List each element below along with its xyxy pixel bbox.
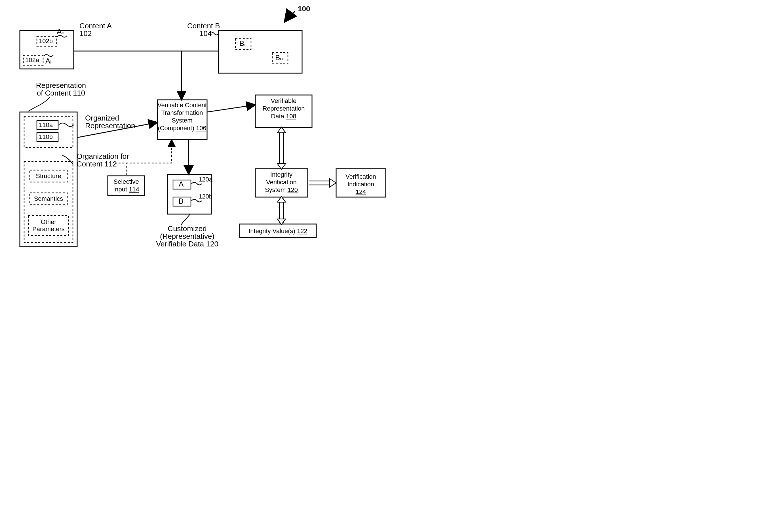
content-a-sub-b: 102b — [39, 37, 53, 44]
ofc-structure: Structure — [36, 172, 61, 179]
ofc-ref: 112 — [104, 159, 116, 168]
si-l2: Input — [113, 186, 127, 193]
verification-indication-block: Verification Indication 124 — [336, 169, 386, 197]
content-a-ai: Aᵢ — [45, 57, 51, 65]
selective-input-block: Selective Input 114 — [108, 140, 172, 196]
cd-l2: (Representative) — [160, 232, 214, 241]
customized-data-block: Aᵢ 120a Bᵢ 120b Customized (Representati… — [156, 140, 218, 248]
cd-bi-ref: 120b — [199, 193, 212, 200]
ofc-l2: Content — [77, 159, 103, 168]
ts-ref: 106 — [196, 125, 207, 132]
content-a-block: Content A 102 102b Aₙ 102a Aᵢ — [20, 22, 112, 69]
svg-text:(Component) 106: (Component) 106 — [158, 125, 206, 132]
vr-l3: Data — [271, 113, 284, 120]
content-a-sub-a: 102a — [25, 57, 39, 64]
content-b-bi: Bᵢ — [239, 39, 246, 48]
ofc-other1: Other — [41, 218, 56, 225]
ofc-l1: Organization for — [77, 152, 129, 161]
cd-ai-ref: 120a — [199, 176, 213, 183]
vi-l2: Indication — [348, 181, 374, 188]
roc-org-l1: Organized — [85, 114, 119, 122]
ts-l1: Verifiable Content — [157, 102, 207, 109]
iv-ref: 122 — [297, 227, 308, 235]
ts-l4: (Component) — [158, 125, 194, 132]
svg-text:of Content 110: of Content 110 — [37, 89, 85, 97]
ts-l3: System — [172, 117, 192, 124]
si-l1: Selective — [113, 178, 139, 185]
roc-sub-a: 110a — [39, 121, 53, 129]
vr-ref: 108 — [286, 113, 296, 120]
roc-ref: 110 — [73, 89, 85, 97]
content-b-block: Content B 104 Bᵢ Bₙ — [187, 22, 302, 73]
vr-l2: Representation — [262, 105, 305, 112]
content-b-label: Content B — [187, 22, 220, 30]
ts-l2: Transformation — [161, 109, 203, 116]
roc-sub-b: 110b — [39, 133, 53, 140]
cd-l3: Verifiable Data — [156, 240, 204, 248]
double-arrow-sys-values — [277, 197, 286, 224]
ofc-other2: Parameters — [32, 225, 65, 233]
roc-org-l2: Representation — [85, 121, 135, 130]
svg-rect-14 — [24, 116, 73, 147]
cd-l1: Customized — [168, 224, 207, 233]
integrity-values-block: Integrity Value(s) 122 — [240, 224, 316, 238]
cd-ref: 120 — [206, 240, 218, 248]
content-a-label: Content A — [79, 22, 112, 30]
ofc-semantics: Semantics — [34, 195, 63, 202]
double-arrow-rep-integrity — [277, 127, 286, 169]
vi-ref: 124 — [356, 188, 366, 196]
cd-ai: Aᵢ — [179, 180, 185, 188]
roc-l2: of Content — [37, 89, 71, 97]
svg-text:Integrity Value(s) 122: Integrity Value(s) 122 — [248, 227, 308, 235]
is-ref: 120 — [287, 186, 298, 193]
content-b-ref: 104 — [200, 29, 212, 38]
svg-marker-44 — [330, 179, 336, 187]
iv-label: Integrity Value(s) — [248, 227, 295, 235]
figure-reference: 100 — [285, 4, 310, 21]
svg-text:Content 112: Content 112 — [77, 159, 117, 168]
verifiable-rep-block: Verifiable Representation Data 108 — [255, 95, 312, 128]
si-ref: 114 — [129, 186, 139, 193]
vr-l1: Verifiable — [271, 97, 297, 104]
content-a-ref: 102 — [79, 29, 92, 38]
is-l2: Verification — [266, 179, 297, 186]
figure-ref-text: 100 — [298, 4, 310, 13]
content-b-bn: Bₙ — [275, 53, 283, 62]
arrow-transform-to-rep — [207, 105, 255, 112]
rep-of-content-block: Representation of Content 110 110a 110b … — [20, 81, 157, 247]
svg-text:Verifiable Data 120: Verifiable Data 120 — [156, 240, 218, 248]
svg-rect-3 — [218, 31, 302, 73]
roc-l1: Representation — [36, 81, 86, 90]
content-a-an: Aₙ — [57, 27, 64, 36]
is-l1: Integrity — [270, 171, 292, 178]
transformation-system-block: Verifiable Content Transformation System… — [157, 100, 207, 140]
top-connectors — [74, 51, 218, 99]
svg-text:Data 108: Data 108 — [271, 113, 296, 120]
open-arrow-to-indication — [309, 179, 336, 187]
cd-bi: Bᵢ — [179, 197, 185, 205]
integrity-system-block: Integrity Verification System 120 — [255, 169, 308, 197]
vi-l1: Verification — [346, 173, 376, 180]
svg-text:Input 114: Input 114 — [113, 186, 139, 193]
svg-text:System 120: System 120 — [265, 186, 298, 193]
is-l3: System — [265, 186, 286, 193]
diagram-canvas: 100 Content A 102 102b Aₙ 102a Aᵢ Conten… — [0, 0, 411, 281]
